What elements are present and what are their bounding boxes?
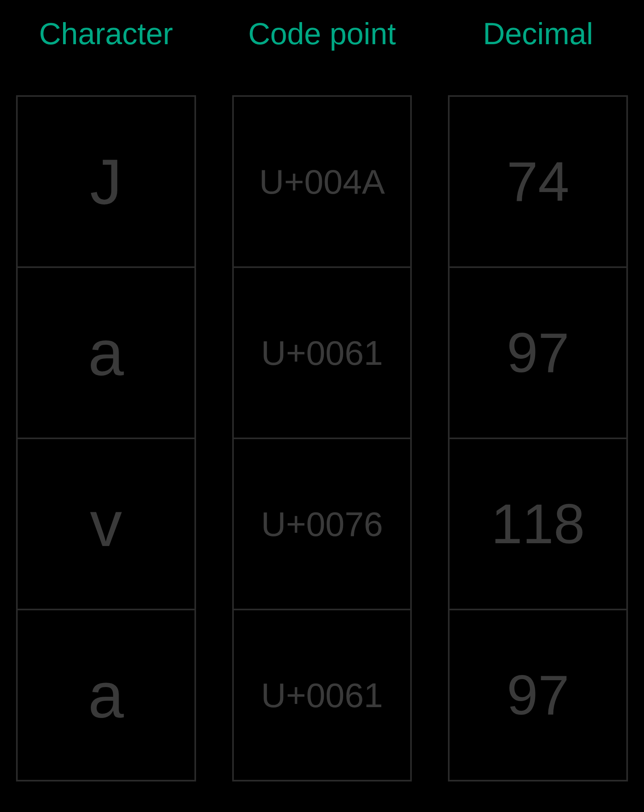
codepoint-cell: U+0061 xyxy=(232,266,412,439)
character-cells: J a v a xyxy=(16,95,196,780)
codepoint-cell: U+0076 xyxy=(232,438,412,610)
character-cell: v xyxy=(16,438,196,610)
decimal-cells: 74 97 118 97 xyxy=(448,95,628,780)
character-cell: a xyxy=(16,609,196,781)
codepoint-cell: U+004A xyxy=(232,95,412,268)
codepoint-column: Code point U+004A U+0061 U+0076 U+0061 xyxy=(232,16,412,780)
decimal-header: Decimal xyxy=(483,16,593,51)
codepoint-cell: U+0061 xyxy=(232,609,412,781)
decimal-cell: 97 xyxy=(448,609,628,781)
character-column: Character J a v a xyxy=(16,16,196,780)
decimal-column: Decimal 74 97 118 97 xyxy=(448,16,628,780)
encoding-table: Character J a v a Code point U+004A U+00… xyxy=(0,0,644,780)
codepoint-header: Code point xyxy=(248,16,396,51)
character-header: Character xyxy=(39,16,173,51)
character-cell: a xyxy=(16,266,196,439)
decimal-cell: 97 xyxy=(448,266,628,439)
character-cell: J xyxy=(16,95,196,268)
codepoint-cells: U+004A U+0061 U+0076 U+0061 xyxy=(232,95,412,780)
decimal-cell: 118 xyxy=(448,438,628,610)
decimal-cell: 74 xyxy=(448,95,628,268)
